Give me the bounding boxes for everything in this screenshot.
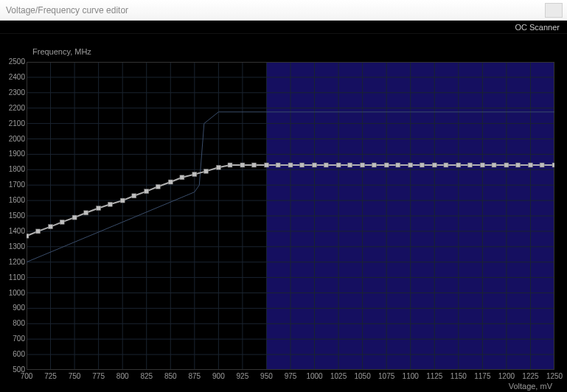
x-tick-label: 1125 [423,372,445,380]
curve-point[interactable] [408,163,413,167]
curve-point[interactable] [336,163,341,167]
curve-point[interactable] [132,194,136,198]
curve-point[interactable] [145,189,149,194]
curve-point[interactable] [156,184,160,189]
x-tick-label: 725 [40,372,62,380]
curve-point[interactable] [552,163,554,167]
x-tick-label: 875 [184,372,206,380]
x-tick-label: 1050 [352,372,374,380]
x-axis-label: Voltage, mV [509,382,552,391]
x-tick-label: 1200 [495,372,518,380]
x-tick-label: 800 [111,372,133,380]
y-tick-label: 2100 [3,119,25,127]
x-tick-label: 900 [207,372,229,380]
curve-point[interactable] [384,163,389,167]
curve-point[interactable] [516,163,521,167]
curve-point[interactable] [300,163,305,167]
x-tick-label: 1000 [304,372,326,380]
curve-point[interactable] [361,163,365,167]
curve-point[interactable] [36,229,41,234]
x-tick-label: 850 [159,372,181,380]
curve-point[interactable] [60,220,64,224]
curve-point[interactable] [372,163,376,167]
curve-point[interactable] [265,163,269,167]
x-tick-label: 1250 [543,372,566,380]
y-tick-label: 900 [3,304,25,312]
x-tick-label: 1150 [448,372,470,380]
y-tick-label: 1300 [3,242,25,251]
curve-point[interactable] [240,163,245,167]
y-tick-label: 1400 [3,227,25,235]
window-titlebar: Voltage/Frequency curve editor [0,0,567,21]
window-control-button[interactable] [545,3,563,18]
y-tick-label: 1200 [3,258,25,266]
vf-curve-plot[interactable] [27,62,554,370]
curve-point[interactable] [84,211,88,215]
curve-point[interactable] [204,169,208,173]
y-axis-label: Frequency, MHz [32,47,91,56]
y-tick-label: 1100 [3,273,25,281]
x-tick-label: 775 [88,372,110,380]
curve-point[interactable] [432,163,436,167]
x-tick-label: 1175 [471,372,493,380]
menubar: OC Scanner [0,21,567,34]
x-tick-label: 750 [63,372,86,380]
chart-area: Frequency, MHz Voltage, mV 5006007008009… [0,34,567,392]
window-title: Voltage/Frequency curve editor [6,5,128,15]
curve-point[interactable] [168,180,173,184]
curve-point[interactable] [456,163,461,167]
x-tick-label: 950 [255,372,277,380]
curve-point[interactable] [288,163,293,167]
curve-point[interactable] [216,165,220,169]
curve-point[interactable] [276,163,280,167]
x-tick-label: 975 [279,372,302,380]
curve-point[interactable] [480,163,484,167]
curve-point[interactable] [324,163,328,167]
x-tick-label: 1075 [375,372,397,380]
curve-point[interactable] [228,163,232,167]
y-tick-label: 2000 [3,135,25,143]
y-tick-label: 1700 [3,181,25,189]
y-tick-label: 2200 [3,104,25,112]
curve-point[interactable] [120,198,125,203]
curve-point[interactable] [252,163,257,167]
x-tick-label: 700 [15,372,38,380]
y-tick-label: 1500 [3,211,25,220]
curve-point[interactable] [72,215,77,220]
y-tick-label: 1600 [3,196,25,204]
x-tick-label: 1100 [400,372,422,380]
y-tick-label: 2500 [3,57,25,66]
y-tick-label: 2300 [3,88,25,97]
y-tick-label: 1800 [3,165,25,173]
curve-point[interactable] [348,163,352,167]
x-tick-label: 925 [232,372,254,380]
curve-point[interactable] [420,163,424,167]
curve-point[interactable] [108,202,112,206]
oc-scanner-button[interactable]: OC Scanner [515,23,560,32]
y-tick-label: 1900 [3,150,25,158]
x-tick-label: 1225 [519,372,541,380]
curve-point[interactable] [49,225,53,229]
x-tick-label: 825 [136,372,158,380]
curve-point[interactable] [467,163,472,167]
curve-point[interactable] [529,163,533,167]
curve-point[interactable] [444,163,448,167]
y-tick-label: 700 [3,335,25,343]
y-tick-label: 1000 [3,289,25,297]
x-tick-label: 1025 [327,372,349,380]
curve-point[interactable] [492,163,496,167]
curve-point[interactable] [313,163,317,167]
y-tick-label: 800 [3,319,25,327]
y-tick-label: 2400 [3,73,25,81]
curve-point[interactable] [97,206,101,211]
curve-point[interactable] [540,163,544,167]
curve-point[interactable] [180,175,184,180]
curve-point[interactable] [396,163,400,167]
y-tick-label: 600 [3,350,25,358]
curve-point[interactable] [27,234,29,238]
curve-point[interactable] [192,172,197,177]
curve-point[interactable] [504,163,509,167]
